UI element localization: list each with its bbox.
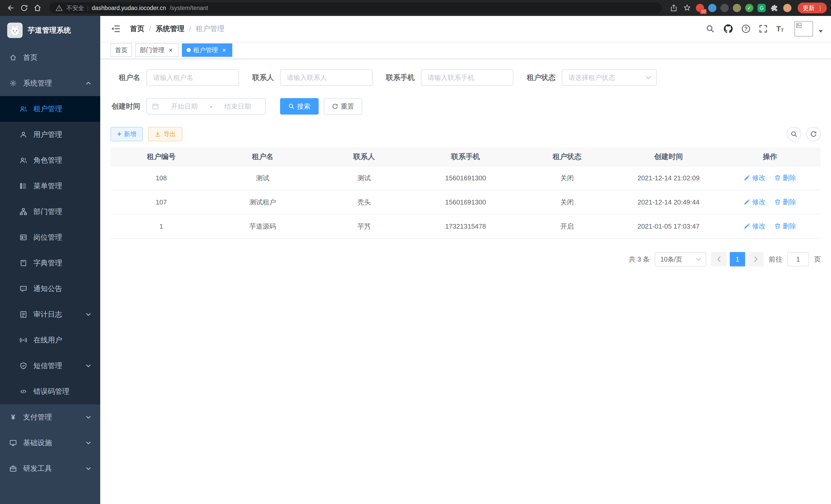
url-host: dashboard.yudao.iocoder.cn [92,5,166,11]
breadcrumb-item[interactable]: 首页 [130,24,144,34]
goto-page-input[interactable] [787,252,809,266]
cell-tenant-id: 107 [111,190,212,214]
plus-icon: + [117,130,121,138]
extension-icon[interactable]: G [757,4,766,12]
close-icon[interactable]: × [167,47,174,54]
tenant-status-select[interactable]: 请选择租户状态 [562,69,657,86]
column-header: 创建时间 [618,147,719,166]
mobile-input[interactable] [421,69,513,86]
sidebar-item-payment[interactable]: ¥ 支付管理 [0,404,100,430]
caret-down-icon[interactable] [819,30,823,33]
cell-tenant-name: 测试租户 [212,190,314,214]
tenant-name-input[interactable] [146,69,239,86]
refresh-icon [332,103,338,110]
sidebar-item-dept[interactable]: 部门管理 [0,199,100,225]
tag-dept[interactable]: 部门管理 × [135,43,179,57]
sidebar-item-sms[interactable]: 短信管理 [0,353,100,379]
close-icon[interactable]: × [221,47,228,54]
cell-mobile: 15601691300 [415,166,516,190]
table-row[interactable]: 1 芋道源码 芋艿 17321315478 开启 2021-01-05 17:0… [111,214,821,238]
sidebar-item-infra[interactable]: 基础设施 [0,430,100,456]
delete-link[interactable]: 删除 [774,173,796,182]
sidebar-item-menu[interactable]: 菜单管理 [0,173,100,199]
sidebar-item-role[interactable]: 角色管理 [0,147,100,173]
cell-tenant-name: 芋道源码 [212,214,314,238]
table-row[interactable]: 108 测试 测试 15601691300 关闭 2021-12-14 21:0… [111,166,821,190]
extension-icon[interactable]: 10 [696,4,704,12]
column-header: 租户编号 [111,147,212,166]
contact-input[interactable] [280,69,373,86]
table-row[interactable]: 107 测试租户 秃头 15601691300 关闭 2021-12-14 20… [111,190,821,214]
sidebar-item-audit-log[interactable]: 审计日志 [0,302,100,327]
delete-link[interactable]: 删除 [774,198,796,207]
user-avatar[interactable] [795,21,813,36]
bookmark-star-icon[interactable] [683,4,691,12]
search-icon[interactable] [706,24,715,33]
sidebar-item-tenant[interactable]: 租户管理 [0,96,100,122]
page-size-select[interactable]: 10条/页 [655,252,706,266]
fullscreen-icon[interactable] [759,24,768,33]
edit-link[interactable]: 修改 [744,173,766,182]
toggle-search-button[interactable] [787,127,801,141]
breadcrumb-separator: / [189,25,191,33]
share-icon[interactable] [670,4,678,12]
app-logo[interactable]: 芋道管理系统 [0,16,100,45]
reload-icon[interactable] [18,1,31,14]
tenant-icon [20,105,27,113]
sidebar-item-post[interactable]: 岗位管理 [0,225,100,250]
pencil-icon [744,175,750,181]
sidebar-item-system[interactable]: 系统管理 [0,70,100,96]
page-number-button[interactable]: 1 [730,252,745,266]
extension-icon[interactable]: ✓ [745,4,753,12]
edit-link[interactable]: 修改 [744,222,766,231]
search-icon [288,103,294,110]
extension-icon[interactable] [708,4,716,12]
font-size-icon[interactable]: TT [776,25,784,33]
next-page-button[interactable] [748,252,764,266]
add-button[interactable]: + 新增 [111,127,143,141]
help-icon[interactable]: ? [742,25,750,33]
github-icon[interactable] [723,24,733,34]
search-button[interactable]: 搜索 [280,98,319,115]
url-path: /system/tenant [170,5,208,11]
prev-page-button[interactable] [711,252,727,266]
delete-link[interactable]: 删除 [774,222,796,231]
chevron-up-icon [86,82,91,85]
breadcrumb: 首页 / 系统管理 / 租户管理 [130,24,225,34]
extension-icon[interactable] [733,4,741,12]
menu-label: 租户管理 [33,104,62,114]
tag-home[interactable]: 首页 [111,43,132,57]
sidebar-item-home[interactable]: 首页 [0,45,100,70]
reset-button[interactable]: 重置 [324,98,362,115]
sidebar-item-user[interactable]: 用户管理 [0,122,100,147]
puzzle-extensions-icon[interactable] [770,4,779,12]
search-icon [791,131,797,138]
create-time-range-picker[interactable]: 开始日期 - 结束日期 [146,98,266,115]
calendar-icon [152,103,159,110]
address-bar[interactable]: 不安全 dashboard.yudao.iocoder.cn /system/t… [49,2,662,13]
menu-label: 通知公告 [33,284,62,294]
refresh-table-button[interactable] [806,127,821,141]
chevron-down-icon [646,76,651,79]
menu-label: 首页 [23,53,37,62]
browser-update-button[interactable]: 更新 ⋮ [798,3,827,13]
back-icon[interactable] [4,1,18,14]
sidebar-item-dict[interactable]: 字典管理 [0,250,100,276]
home-button-icon[interactable] [31,1,44,14]
sidebar-item-online-users[interactable]: 在线用户 [0,327,100,353]
sidebar-toggle[interactable] [109,22,123,36]
export-button[interactable]: 导出 [148,127,182,141]
trash-icon [774,175,781,181]
edit-link[interactable]: 修改 [744,198,766,207]
sidebar-item-error-code[interactable]: 错误码管理 [0,379,100,404]
profile-avatar-icon[interactable] [783,4,792,12]
tag-tenant[interactable]: 租户管理 × [182,43,232,57]
breadcrumb-item[interactable]: 系统管理 [156,24,184,34]
cell-status: 开启 [516,214,618,238]
sidebar-item-notice[interactable]: 通知公告 [0,276,100,302]
cell-create-time: 2021-12-14 20:49:44 [618,190,719,214]
extension-icon[interactable] [720,4,729,12]
pagination: 共 3 条 10条/页 1 前往 页 [111,252,821,266]
menu-label: 角色管理 [33,155,62,165]
sidebar-item-dev-tools[interactable]: 研发工具 [0,456,100,481]
